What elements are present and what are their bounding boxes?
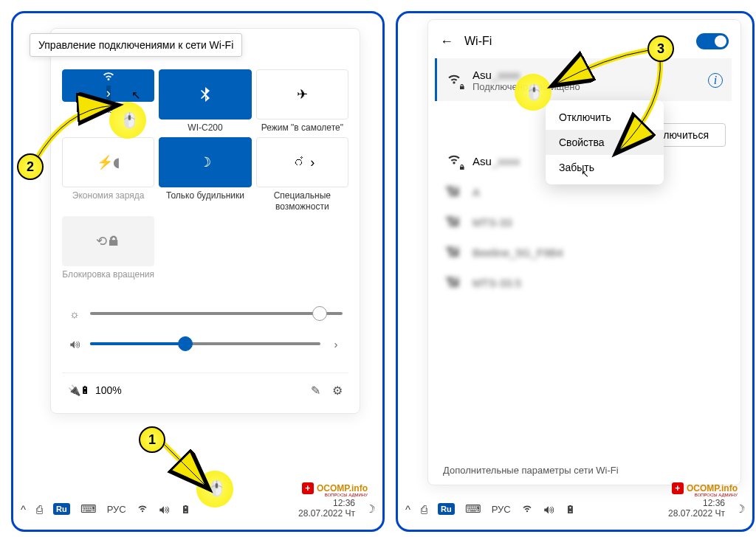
airplane-tile[interactable]: ✈ — [256, 69, 348, 119]
wifi-tray-icon[interactable] — [137, 503, 148, 516]
wifi-icon: 📶︎ — [446, 275, 464, 291]
more-settings-link[interactable]: Дополнительные параметры сети Wi-Fi — [443, 465, 619, 476]
quick-settings-panel: › As WI-C200 ✈ Режим "в самолете" ⚡◖ Эко… — [50, 28, 360, 414]
step-2-badge: 2 — [17, 153, 44, 180]
tile-col-2: WI-C200 — [159, 69, 251, 133]
accessibility-tile[interactable]: ဂံ › — [256, 137, 348, 187]
accessibility-icon: ဂံ › — [289, 155, 315, 170]
cursor-icon: ↖ — [131, 89, 141, 102]
battery-tray-icon[interactable]: 🔋︎ — [565, 503, 576, 516]
wifi-icon — [101, 70, 116, 82]
moon-icon: ☽ — [199, 154, 211, 170]
bluetooth-icon — [201, 87, 210, 102]
wifi-icon: 📶︎ — [446, 184, 464, 200]
bluetooth-label: WI-C200 — [159, 122, 251, 133]
network-item[interactable]: 📶︎ MTS-33 — [437, 207, 732, 238]
chevron-up-icon[interactable]: ^ — [405, 503, 410, 516]
volume-row: 🔊︎ › — [62, 329, 348, 359]
airplane-icon: ✈ — [297, 86, 308, 103]
speaker-tray-icon[interactable]: 🔊︎ — [159, 503, 170, 516]
watermark-logo: + OCOMP.info ВОПРОСЫ АДМИНУ — [672, 482, 738, 494]
battery-tray-icon[interactable]: 🔋︎ — [180, 503, 191, 516]
info-icon[interactable]: i — [708, 73, 723, 88]
lang-text[interactable]: РУС — [107, 504, 126, 515]
airplane-label: Режим "в самолете" — [256, 122, 348, 133]
wifi-title: Wi-Fi — [464, 35, 492, 48]
moon-tray-icon[interactable]: ☽ — [735, 502, 745, 516]
wifi-icon: 📶︎ — [446, 245, 464, 260]
speaker-tray-icon[interactable]: 🔊︎ — [543, 503, 554, 516]
rotation-lock-label: Блокировка вращения — [62, 269, 154, 280]
edit-icon[interactable]: ✎ — [311, 384, 320, 398]
accessibility-label: Специальные возможности — [256, 190, 348, 212]
wifi-tray-icon[interactable] — [521, 503, 533, 516]
tile-col-7: ⟲🔒︎ Блокировка вращения — [62, 216, 154, 280]
focus-label: Только будильники — [159, 190, 251, 201]
battery-saver-label: Экономия заряда — [62, 190, 154, 201]
back-icon[interactable]: ← — [440, 34, 453, 49]
usb-icon[interactable]: ⎙ — [421, 503, 427, 516]
step-3-badge: 3 — [647, 35, 674, 62]
clock[interactable]: 12:3628.07.2022 Чт — [668, 499, 725, 519]
keyboard-icon[interactable]: ⌨ — [80, 502, 97, 516]
arrow-3b — [608, 54, 675, 157]
brightness-row: ☼ — [62, 299, 348, 329]
taskbar: ^ ⎙ Ru ⌨ РУС 🔊︎ 🔋︎ 12:3628.07.2022 Чт ☽ — [398, 494, 752, 524]
wifi-toggle-half[interactable] — [101, 70, 116, 83]
rotation-lock-tile[interactable]: ⟲🔒︎ — [62, 216, 154, 266]
wifi-secure-icon: 🔒︎ — [446, 72, 464, 89]
clock[interactable]: 12:3628.07.2022 Чт — [298, 499, 355, 519]
wifi-toggle[interactable] — [696, 33, 729, 49]
menu-forget[interactable]: Забыть — [546, 155, 664, 180]
plus-icon: + — [302, 482, 314, 494]
keyboard-icon[interactable]: ⌨ — [465, 502, 481, 516]
cursor-icon: ↖ — [581, 168, 589, 179]
chevron-right-icon[interactable]: › — [329, 338, 343, 350]
lang-text[interactable]: РУС — [492, 504, 511, 515]
network-item[interactable]: 📶︎ MTS-33.5 — [437, 268, 732, 298]
tile-col-6: ဂံ › Специальные возможности — [256, 137, 348, 212]
focus-tile[interactable]: ☽ — [159, 137, 251, 187]
quick-settings-screenshot: › As WI-C200 ✈ Режим "в самолете" ⚡◖ Эко… — [11, 11, 385, 532]
network-item[interactable]: 📶︎ Beeline_5G_F9B4 — [437, 238, 732, 268]
wifi-manage-tooltip: Управление подключениями к сети Wi-Fi — [30, 33, 242, 57]
wifi-secure-icon: 🔒︎ — [446, 153, 464, 170]
speaker-icon: 🔊︎ — [68, 338, 81, 350]
battery-charging-icon: 🔌🔋︎ — [68, 384, 91, 396]
plus-icon: + — [672, 482, 684, 494]
panel-footer: 🔌🔋︎100% ✎ ⚙ — [62, 373, 348, 402]
arrow-2 — [28, 87, 124, 168]
brightness-slider[interactable] — [90, 312, 343, 315]
tile-col-5: ☽ Только будильники — [159, 137, 251, 212]
sliders: ☼ 🔊︎ › — [62, 299, 348, 359]
wifi-settings-screenshot: ← Wi-Fi 🔒︎ Asu_xxxx Подключено, защищено… — [396, 11, 755, 532]
lang-indicator-box[interactable]: Ru — [438, 503, 455, 515]
lang-indicator-box[interactable]: Ru — [53, 503, 70, 515]
tile-col-3: ✈ Режим "в самолете" — [256, 69, 348, 133]
moon-tray-icon[interactable]: ☽ — [365, 502, 375, 516]
watermark-logo: + OCOMP.info ВОПРОСЫ АДМИНУ — [302, 482, 368, 494]
step-1-badge: 1 — [139, 426, 165, 453]
volume-slider[interactable] — [90, 342, 320, 345]
rotation-lock-icon: ⟲🔒︎ — [96, 233, 120, 249]
sun-icon: ☼ — [68, 308, 81, 320]
usb-icon[interactable]: ⎙ — [36, 503, 43, 516]
wifi-icon: 📶︎ — [446, 215, 464, 230]
battery-status[interactable]: 🔌🔋︎100% — [68, 384, 122, 396]
gear-icon[interactable]: ⚙ — [332, 384, 343, 398]
chevron-up-icon[interactable]: ^ — [21, 503, 26, 516]
bluetooth-tile[interactable] — [159, 69, 251, 119]
